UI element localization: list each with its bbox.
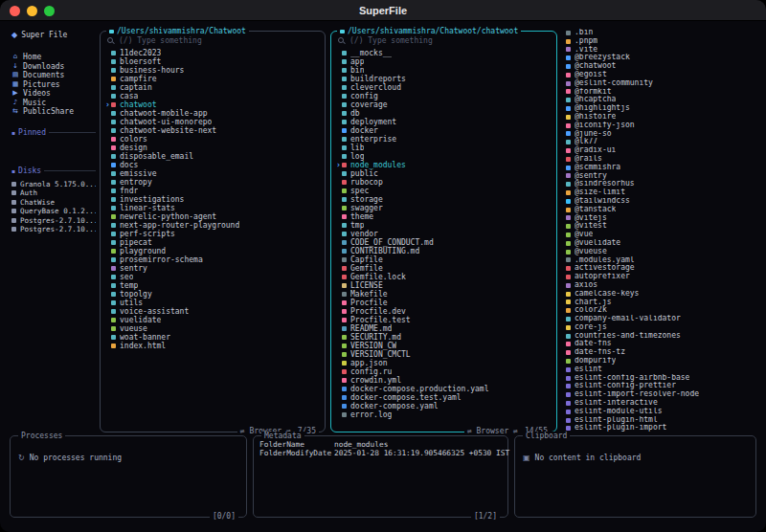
preview-row[interactable]: @sentry xyxy=(566,172,757,181)
file-row[interactable]: docker xyxy=(336,126,552,135)
file-row[interactable]: db xyxy=(336,109,552,118)
file-row[interactable]: lib xyxy=(336,144,552,152)
preview-row[interactable]: axios xyxy=(566,281,757,290)
file-row[interactable]: topolgy xyxy=(105,290,320,299)
preview-row[interactable]: eslint-module-utils xyxy=(566,408,757,416)
maximize-button[interactable] xyxy=(44,6,55,16)
preview-row[interactable]: core-js xyxy=(566,323,757,332)
disk-item[interactable]: Postgres-2.7.10... xyxy=(11,216,96,226)
file-row[interactable]: index.html xyxy=(105,342,320,350)
preview-row[interactable]: eslint-plugin-html xyxy=(566,416,757,425)
file-row[interactable]: __mocks__ xyxy=(336,49,552,57)
file-row[interactable]: bin xyxy=(336,66,552,75)
file-row[interactable]: spec xyxy=(336,187,552,195)
preview-row[interactable]: .bin xyxy=(566,29,757,37)
file-row[interactable]: 11dec2023 xyxy=(105,49,320,57)
preview-row[interactable]: chart.js xyxy=(566,299,757,307)
file-row[interactable]: docker-compose.yaml xyxy=(336,402,552,410)
minimize-button[interactable] xyxy=(27,6,37,16)
preview-row[interactable]: company-email-validator xyxy=(566,315,757,323)
sidebar-item[interactable]: ⇆ PublicShare xyxy=(11,107,96,117)
file-row[interactable]: playground xyxy=(105,247,320,255)
preview-row[interactable]: date-fns-tz xyxy=(566,348,757,357)
file-row[interactable]: vendor xyxy=(336,230,552,238)
file-row[interactable]: vuelidate xyxy=(105,316,320,324)
preview-row[interactable]: @scmmishra xyxy=(566,164,757,172)
file-row[interactable]: docker-compose.test.yaml xyxy=(336,393,552,402)
file-row[interactable]: SECURITY.md xyxy=(336,333,552,342)
file-row[interactable]: pipecat xyxy=(105,238,320,247)
sidebar-item[interactable]: ▤ Documents xyxy=(11,71,96,80)
preview-row[interactable]: @chatwoot xyxy=(566,62,757,71)
file-row[interactable]: rubocop xyxy=(336,178,552,187)
preview-row[interactable]: @radix-ui xyxy=(566,146,757,155)
file-row[interactable]: campfire xyxy=(105,75,320,83)
file-row[interactable]: prosemirror-schema xyxy=(105,255,320,264)
preview-row[interactable]: @histoire xyxy=(566,113,757,122)
file-row[interactable]: emissive xyxy=(105,169,320,178)
preview-row[interactable]: autoprefixer xyxy=(566,273,757,281)
file-row[interactable]: › node_modules xyxy=(336,161,552,169)
file-row[interactable]: voice-assistant xyxy=(105,307,320,316)
preview-row[interactable]: @tailwindcss xyxy=(566,197,757,206)
preview-row[interactable]: eslint-config-prettier xyxy=(566,382,757,390)
close-button[interactable] xyxy=(10,6,20,16)
file-row[interactable]: utils xyxy=(105,299,320,307)
preview-row[interactable]: @iconify-json xyxy=(566,122,757,130)
file-row[interactable]: design xyxy=(105,144,320,152)
preview-row[interactable]: .pnpm xyxy=(566,37,757,46)
preview-row[interactable]: @formkit xyxy=(566,88,757,97)
file-row[interactable]: app.json xyxy=(336,359,552,367)
disk-item[interactable]: QueryBase 0.1.2... xyxy=(11,207,96,216)
file-row[interactable]: app xyxy=(336,57,552,66)
file-row[interactable]: seo xyxy=(105,273,320,281)
preview-row[interactable]: @highlightjs xyxy=(566,104,757,113)
file-row[interactable]: Capfile xyxy=(336,255,552,264)
preview-row[interactable]: eslint-plugin-import xyxy=(566,424,757,432)
preview-row[interactable]: dompurify xyxy=(566,357,757,366)
preview-row[interactable]: @lk77 xyxy=(566,138,757,146)
file-row[interactable]: VERSION_CW xyxy=(336,342,552,350)
file-row[interactable]: buildreports xyxy=(336,75,552,83)
file-row[interactable]: Gemfile xyxy=(336,264,552,273)
file-row[interactable]: theme xyxy=(336,212,552,221)
file-row[interactable]: docker-compose.production.yaml xyxy=(336,385,552,393)
file-row[interactable]: vueuse xyxy=(105,324,320,333)
file-row[interactable]: enterprise xyxy=(336,135,552,144)
file-row[interactable]: deployment xyxy=(336,118,552,126)
file-row[interactable]: business-hours xyxy=(105,66,320,75)
file-row[interactable]: config xyxy=(336,92,552,100)
preview-row[interactable]: date-fns xyxy=(566,340,757,348)
disk-item[interactable]: Granola 5.175.0... xyxy=(11,180,96,189)
file-row[interactable]: CONTRIBUTING.md xyxy=(336,247,552,255)
file-row[interactable]: entropy xyxy=(105,178,320,187)
file-row[interactable]: error.log xyxy=(336,410,552,419)
file-row[interactable]: chatwoot-ui-monorepo xyxy=(105,118,320,126)
file-row[interactable]: chatwoot-mobile-app xyxy=(105,109,320,118)
sidebar-item[interactable]: ▦ Pictures xyxy=(11,80,96,90)
preview-row[interactable]: @vitest xyxy=(566,222,757,231)
preview-row[interactable]: eslint xyxy=(566,366,757,374)
sidebar-item[interactable]: ↓ Downloads xyxy=(11,62,96,72)
file-row[interactable]: woat-banner xyxy=(105,333,320,342)
preview-row[interactable]: @vuelidate xyxy=(566,239,757,248)
preview-row[interactable]: eslint-interactive xyxy=(566,399,757,408)
file-row[interactable]: Procfile.dev xyxy=(336,307,552,316)
preview-row[interactable]: @size-limit xyxy=(566,188,757,197)
sidebar-item[interactable]: ⌂ Home xyxy=(11,53,96,62)
file-row[interactable]: fndr xyxy=(105,187,320,195)
file-row[interactable]: next-app-router-playground xyxy=(105,221,320,230)
preview-row[interactable]: .modules.yaml xyxy=(566,256,757,265)
file-row[interactable]: public xyxy=(336,169,552,178)
preview-row[interactable]: eslint-config-airbnb-base xyxy=(566,374,757,383)
file-row[interactable]: colors xyxy=(105,135,320,144)
file-panel-1[interactable]: /Users/shivammishra/Chatwoot (/) Type so… xyxy=(100,31,326,432)
preview-row[interactable]: @egoist xyxy=(566,71,757,79)
file-row[interactable]: crowdin.yml xyxy=(336,376,552,385)
file-row[interactable]: Procfile xyxy=(336,299,552,307)
file-row[interactable]: VERSION_CMCTL xyxy=(336,350,552,359)
file-row[interactable]: Makefile xyxy=(336,290,552,299)
preview-row[interactable]: @breezystack xyxy=(566,54,757,62)
preview-row[interactable]: @vue xyxy=(566,231,757,239)
file-row[interactable]: docs xyxy=(105,161,320,169)
